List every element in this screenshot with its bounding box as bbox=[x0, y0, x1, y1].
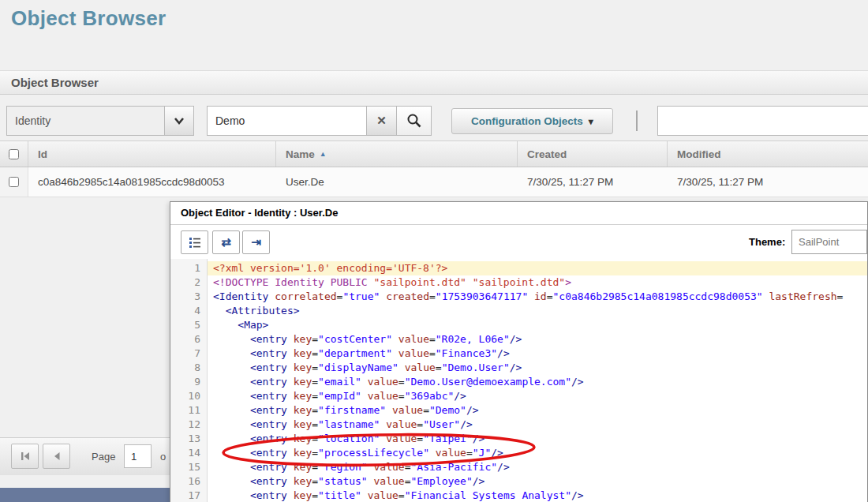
row-name: User.De bbox=[276, 167, 518, 197]
code-line[interactable]: 10 <entry key="empId" value="369abc"/> bbox=[170, 389, 867, 403]
code-text: <entry key="department" value="Finance3"… bbox=[213, 347, 510, 361]
line-number: 11 bbox=[170, 403, 200, 418]
first-page-button[interactable] bbox=[11, 444, 39, 469]
code-text: <entry key="displayName" value="Demo.Use… bbox=[213, 361, 522, 375]
dialog-toolbar: ⇄ ⇥ Theme: bbox=[170, 225, 867, 260]
line-number: 12 bbox=[170, 418, 200, 432]
theme-input[interactable] bbox=[791, 230, 867, 254]
clear-search-button[interactable]: ✕ bbox=[366, 106, 397, 136]
column-header-created-label: Created bbox=[527, 148, 567, 160]
code-text: <entry key="lastname" value="User"/> bbox=[213, 418, 473, 432]
code-line[interactable]: 12 <entry key="lastname" value="User"/> bbox=[170, 418, 867, 432]
code-text: <entry key="region" value="Asia-Pacific"… bbox=[213, 460, 510, 474]
code-line[interactable]: 2<!DOCTYPE Identity PUBLIC "sailpoint.dt… bbox=[170, 275, 867, 290]
page-of-label: o bbox=[160, 438, 166, 475]
select-all-cell bbox=[0, 141, 28, 167]
chevron-down-icon bbox=[171, 113, 187, 129]
code-line[interactable]: 15 <entry key="region" value="Asia-Pacif… bbox=[170, 460, 867, 474]
code-text: <entry key="processLifecycle" value="J"/… bbox=[213, 446, 503, 460]
column-header-id[interactable]: Id bbox=[28, 141, 276, 167]
code-text: <Attributes> bbox=[213, 304, 300, 318]
line-number: 3 bbox=[170, 290, 200, 304]
first-page-icon bbox=[18, 449, 32, 463]
code-text: <entry key="location" value="Taipei"/> bbox=[213, 432, 485, 446]
configuration-objects-button[interactable]: Configuration Objects▾ bbox=[451, 108, 613, 134]
code-text: <?xml version='1.0' encoding='UTF-8'?> bbox=[213, 261, 447, 275]
line-number: 1 bbox=[170, 261, 200, 275]
object-type-select[interactable]: Identity bbox=[6, 106, 165, 136]
line-number: 17 bbox=[170, 489, 200, 502]
code-text: <entry key="empId" value="369abc"/> bbox=[213, 389, 466, 403]
object-editor-dialog: Object Editor - Identity : User.De ⇄ ⇥ T… bbox=[170, 201, 868, 502]
line-number: 4 bbox=[170, 304, 200, 318]
panel-header-label: Object Browser bbox=[11, 76, 99, 89]
code-line[interactable]: 6 <entry key="costCenter" value="R02e, L… bbox=[170, 332, 867, 347]
code-line[interactable]: 11 <entry key="firstname" value="Demo"/> bbox=[170, 403, 867, 418]
code-text: <entry key="costCenter" value="R02e, L06… bbox=[213, 332, 522, 347]
code-line[interactable]: 8 <entry key="displayName" value="Demo.U… bbox=[170, 361, 867, 375]
object-search-input[interactable] bbox=[207, 106, 367, 136]
code-text: <Map> bbox=[213, 318, 268, 332]
code-line[interactable]: 7 <entry key="department" value="Finance… bbox=[170, 347, 867, 361]
sort-ascending-icon: ▲ bbox=[320, 150, 327, 158]
page-number-input[interactable] bbox=[124, 444, 152, 468]
code-text: <entry key="firstname" value="Demo"/> bbox=[213, 403, 479, 418]
swap-icon: ⇄ bbox=[221, 235, 231, 249]
select-all-checkbox[interactable] bbox=[9, 149, 19, 159]
line-number: 5 bbox=[170, 318, 200, 332]
code-text: <!DOCTYPE Identity PUBLIC "sailpoint.dtd… bbox=[213, 275, 571, 290]
search-button[interactable] bbox=[396, 106, 432, 136]
column-header-id-label: Id bbox=[38, 148, 47, 160]
row-checkbox[interactable] bbox=[9, 177, 19, 187]
line-number: 13 bbox=[170, 432, 200, 446]
code-line[interactable]: 14 <entry key="processLifecycle" value="… bbox=[170, 446, 867, 460]
code-line[interactable]: 9 <entry key="email" value="Demo.User@de… bbox=[170, 375, 867, 389]
line-number: 8 bbox=[170, 361, 200, 375]
object-type-value: Identity bbox=[15, 114, 51, 127]
code-line[interactable]: 16 <entry key="status" value="Employee"/… bbox=[170, 474, 867, 489]
column-header-modified-label: Modified bbox=[677, 148, 721, 160]
swap-button[interactable]: ⇄ bbox=[212, 230, 240, 254]
row-id: c0a846b2985c14a081985ccdc98d0053 bbox=[28, 167, 276, 197]
line-numbers-button[interactable] bbox=[181, 230, 208, 254]
row-created: 7/30/25, 11:27 PM bbox=[518, 167, 668, 197]
code-text: <entry key="email" value="Demo.User@demo… bbox=[213, 375, 584, 389]
previous-page-button[interactable] bbox=[43, 444, 70, 469]
theme-label: Theme: bbox=[749, 225, 785, 260]
code-line[interactable]: 1<?xml version='1.0' encoding='UTF-8'?> bbox=[170, 261, 867, 275]
column-header-name[interactable]: Name▲ bbox=[276, 141, 518, 167]
code-lines: 1<?xml version='1.0' encoding='UTF-8'?>2… bbox=[170, 259, 867, 502]
configuration-objects-label: Configuration Objects bbox=[471, 115, 583, 127]
line-number: 14 bbox=[170, 446, 200, 460]
filter-input[interactable] bbox=[657, 106, 868, 136]
code-text: <entry key="title" value="Financial Syst… bbox=[213, 489, 584, 502]
line-number: 2 bbox=[170, 275, 200, 290]
indent-button[interactable]: ⇥ bbox=[242, 230, 270, 254]
tab-right-icon: ⇥ bbox=[251, 235, 261, 249]
code-line[interactable]: 4 <Attributes> bbox=[170, 304, 867, 318]
close-icon: ✕ bbox=[376, 114, 387, 127]
code-line[interactable]: 3<Identity correlated="true" created="17… bbox=[170, 290, 867, 304]
search-icon bbox=[406, 112, 423, 129]
dialog-title: Object Editor - Identity : User.De bbox=[170, 202, 867, 225]
page-label: Page bbox=[92, 438, 115, 475]
column-header-modified[interactable]: Modified bbox=[668, 141, 868, 167]
code-text: <entry key="status" value="Employee"/> bbox=[213, 474, 485, 489]
code-line[interactable]: 13 <entry key="location" value="Taipei"/… bbox=[170, 432, 867, 446]
column-header-created[interactable]: Created bbox=[518, 141, 668, 167]
code-text: <Identity correlated="true" created="175… bbox=[213, 290, 843, 304]
xml-editor[interactable]: 1<?xml version='1.0' encoding='UTF-8'?>2… bbox=[170, 259, 867, 502]
line-number: 15 bbox=[170, 460, 200, 474]
line-number: 7 bbox=[170, 347, 200, 361]
object-type-dropdown-button[interactable] bbox=[164, 106, 194, 136]
line-number: 9 bbox=[170, 375, 200, 389]
page-title: Object Browser bbox=[11, 6, 166, 31]
line-number: 6 bbox=[170, 332, 200, 347]
previous-page-icon bbox=[50, 449, 64, 463]
row-modified: 7/30/25, 11:27 PM bbox=[668, 167, 868, 197]
panel-header: Object Browser bbox=[0, 70, 868, 95]
object-browser-screen: Object Browser Object Browser Identity ✕… bbox=[0, 0, 868, 502]
table-row[interactable]: c0a846b2985c14a081985ccdc98d0053 User.De… bbox=[0, 167, 868, 197]
code-line[interactable]: 5 <Map> bbox=[170, 318, 867, 332]
code-line[interactable]: 17 <entry key="title" value="Financial S… bbox=[170, 489, 867, 502]
